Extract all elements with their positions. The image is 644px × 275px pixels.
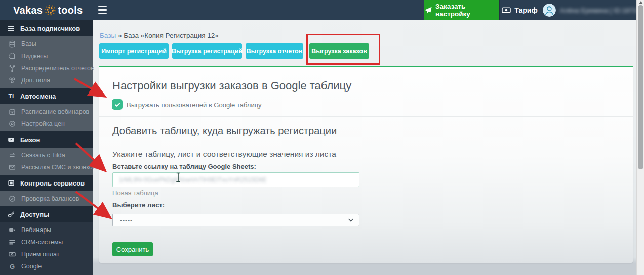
sidebar-group: Проверка балансов [0,191,93,206]
sheets-url-input[interactable]: 1rML9N-0GuePkDgKNswVnTlH9ElTvuYnR2515Dlt… [112,172,359,187]
sidebar-item-google[interactable]: G Google [0,260,93,272]
user-avatar[interactable] [543,4,556,17]
key-icon [7,211,15,218]
app-logo[interactable]: Vakas tools [13,0,83,20]
app-window: Vakas tools Заказать настройку [0,0,644,275]
banknote-icon [8,251,16,258]
user-name-label[interactable]: Алёна Еремина [ ID:1873 ] [560,7,632,14]
sheets-url-value: 1rML9N-0GuePkDgKNswVnTlH9ElTvuYnR2515Dlt… [119,176,267,184]
sidebar-item-crm[interactable]: CRM-системы [0,236,93,248]
page-scrollbar [636,0,644,275]
calendar-icon [8,108,16,115]
export-users-checkbox[interactable] [112,99,123,110]
section-title: Добавить таблицу, куда выгружать регистр… [112,125,337,137]
video-play-icon [7,136,15,143]
tab-export-orders[interactable]: Выгрузка заказов [309,43,369,59]
page-title: Настройки выгрузки заказов в Google табл… [112,79,351,93]
sidebar: База подписчиков Базы Виджеты [0,20,93,275]
sheet-select-label: Выберите лист: [112,201,165,209]
sidebar-item-webinars[interactable]: Вебинары [0,224,93,236]
sidebar-item-balance-check[interactable]: Проверка балансов [0,193,93,205]
tariff-button[interactable]: Тариф [501,0,538,20]
coin-icon [8,120,16,127]
section-divider [99,116,633,117]
save-button[interactable]: Сохранить [112,242,153,256]
sidebar-group: Расписание вебинаров Настройка цен [0,104,93,131]
google-g-icon: G [8,263,16,270]
subscribers-list-icon [7,25,15,32]
branch-icon [8,65,16,72]
sidebar-item-pricing[interactable]: Настройка цен [0,118,93,130]
sheet-select-value: ----- [120,217,133,224]
sidebar-group: Связать с Tilda Рассылка СМС и звонков [0,148,93,175]
swap-arrows-icon [8,152,16,159]
header-divider [539,0,539,20]
logo-text-1: Vakas [13,5,43,16]
tab-import-registrations[interactable]: Импорт регистраций [99,43,169,59]
sidebar-item-sms-calls[interactable]: Рассылка СМС и звонков [0,161,93,173]
sidebar-item-report-distributor[interactable]: Распределитель отчетов [0,62,93,74]
scrollbar-thumb[interactable] [638,5,643,169]
extra-fields-icon [8,77,16,84]
widgets-icon [8,53,16,60]
breadcrumb: Базы » База «Копия Регистрация 12» [100,32,219,39]
header-divider [499,0,500,20]
check-circle-icon [8,195,16,202]
breadcrumb-bases-link[interactable]: Базы [100,32,116,39]
sidebar-group: Вебинары CRM-системы Прием оплат [0,222,93,274]
autoswap-icon: TI [7,93,15,99]
sidebar-item-autoswap[interactable]: TI Автосмена [0,88,93,104]
tariff-banknote-icon [501,7,511,14]
sheets-url-label: Вставьте ссылку на таблицу Google Sheets… [112,163,256,170]
checkmark-icon [114,101,121,108]
breadcrumb-current: » База «Копия Регистрация 12» [118,32,219,39]
sidebar-item-tilda-link[interactable]: Связать с Tilda [0,149,93,161]
envelope-icon [8,164,16,171]
chevron-down-icon [348,218,354,222]
sidebar-group: Базы Виджеты Распределитель отчетов [0,36,93,88]
sidebar-item-extra-fields[interactable]: Доп. поля [0,74,93,86]
sidebar-item-webinar-schedule[interactable]: Расписание вебинаров [0,106,93,118]
sidebar-item-subscriber-base[interactable]: База подписчиков [0,20,93,36]
order-setup-button[interactable]: Заказать настройку [424,0,499,20]
sidebar-item-bases[interactable]: Базы [0,38,93,50]
section-hint: Укажите таблицу, лист и соответствующие … [112,150,336,159]
tab-export-registrations[interactable]: Выгрузка регистраций [172,43,242,59]
sheet-select[interactable]: ----- [112,214,359,226]
export-users-checkbox-label: Выгружать пользователей в Google таблицу [127,101,262,109]
sidebar-item-access[interactable]: Доступы [0,206,93,222]
tab-export-reports[interactable]: Выгрузка отчетов [246,43,303,59]
scroll-up-icon[interactable] [639,1,643,4]
sidebar-item-payments[interactable]: Прием оплат [0,248,93,260]
video-camera-icon [8,226,16,234]
sidebar-item-service-control[interactable]: Контроль сервисов [0,175,93,191]
logo-gear-icon [44,4,57,16]
hamburger-menu-icon[interactable] [98,6,107,14]
monitor-icon [7,179,15,187]
logo-text-2: tools [58,5,83,16]
sidebar-item-widgets[interactable]: Виджеты [0,50,93,62]
crm-list-icon [8,239,16,246]
database-icon [8,40,16,48]
paper-plane-icon [424,7,432,14]
new-table-link[interactable]: Новая таблица [112,189,158,197]
sidebar-item-bizon[interactable]: Бизон [0,131,93,148]
top-header-bar: Vakas tools Заказать настройку [0,0,636,20]
